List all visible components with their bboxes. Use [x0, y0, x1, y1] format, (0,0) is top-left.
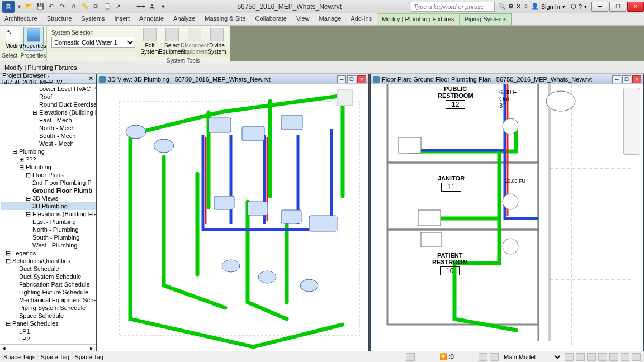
tree-node[interactable]: Duct System Schedule [1, 273, 96, 280]
qat-sync-icon[interactable]: ⟳ [91, 2, 101, 12]
project-browser-close-icon[interactable]: ✕ [88, 75, 93, 82]
qat-open-icon[interactable]: 📂 [24, 2, 34, 12]
signin-link[interactable]: Sign In [541, 3, 560, 10]
divide-system-button[interactable]: Divide System [207, 27, 227, 56]
svg-rect-3 [242, 126, 264, 141]
tree-node[interactable]: South - Plumbing [1, 234, 96, 241]
tree-node[interactable]: ⊞ ??? [1, 155, 96, 163]
app-menu-chevron[interactable]: ▼ [17, 4, 22, 9]
tree-node[interactable]: Round Duct Exercise [1, 101, 96, 108]
tree-node[interactable]: Fabrication Part Schedule [1, 280, 96, 288]
exchange-icon[interactable]: ✕ [516, 3, 521, 10]
system-selector-dropdown[interactable]: Domestic Cold Water 1 [51, 37, 135, 48]
view-close-button[interactable]: ✕ [632, 75, 641, 83]
help-icon[interactable]: ? [579, 3, 582, 10]
svg-rect-8 [309, 216, 337, 231]
close-button[interactable]: ✕ [627, 2, 644, 12]
quick-access-toolbar: 📂 💾 ↶ ↷ ⎙ 📏 ⟳ ⌚ ➚ ≡ ⟷ A ▾ [24, 2, 168, 12]
tree-node[interactable]: West - Plumbing [1, 241, 96, 249]
tree-node[interactable]: ⊟ Schedules/Quantities [1, 257, 96, 265]
qat-arrow-icon[interactable]: ➚ [113, 2, 124, 12]
tree-node[interactable]: 2nd Floor Plumbing P [1, 179, 96, 187]
project-browser-header[interactable]: Project Browser - 56750_2016_MEP_W... ✕ [0, 74, 96, 84]
tree-node[interactable]: LP2 [1, 335, 96, 343]
qat-recent-icon[interactable]: ⌚ [102, 2, 112, 12]
tab-view[interactable]: View [292, 13, 315, 25]
view-min-button[interactable]: ━ [337, 75, 346, 83]
user-icon[interactable]: 👤 [531, 3, 539, 10]
tree-node[interactable]: East - Plumbing [1, 218, 96, 226]
subscription-icon[interactable]: ⚙ [508, 3, 514, 10]
qat-save-icon[interactable]: 💾 [35, 2, 45, 12]
tree-node[interactable]: ⊟ Floor Plans [1, 171, 96, 179]
tab-systems[interactable]: Systems [77, 13, 110, 25]
tree-node[interactable]: West - Mech [1, 140, 96, 147]
tree-node[interactable]: Lighting Fixture Schedule [1, 288, 96, 296]
tab-piping-systems[interactable]: Piping Systems [460, 13, 512, 25]
view-close-button[interactable]: ✕ [357, 75, 366, 83]
svg-point-10 [258, 271, 276, 283]
tree-node[interactable]: ⊟ Plumbing [1, 147, 96, 155]
tree-node[interactable]: Piping System Schedule [1, 304, 96, 312]
view-plan-title: Floor Plan: Ground Floor Plumbing Plan -… [382, 76, 592, 83]
help-search-input[interactable] [411, 2, 495, 12]
minimize-button[interactable]: ━ [591, 2, 608, 12]
tree-node[interactable]: ⊟ Plumbing [1, 163, 96, 171]
selection-count[interactable]: 🔽 :0 [439, 353, 454, 360]
title-bar: R ▼ 📂 💾 ↶ ↷ ⎙ 📏 ⟳ ⌚ ➚ ≡ ⟷ A ▾ 56750_2016… [0, 0, 644, 13]
tab-analyze[interactable]: Analyze [169, 13, 200, 25]
tree-node[interactable]: ⊟ Panel Schedules [1, 320, 96, 327]
tab-massing[interactable]: Massing & Site [200, 13, 250, 25]
navigation-bar[interactable] [623, 88, 640, 155]
tree-node[interactable]: Space Schedule [1, 312, 96, 320]
qat-more-icon[interactable]: ▾ [158, 2, 168, 12]
tree-node[interactable]: North - Mech [1, 124, 96, 132]
tree-node[interactable]: LP1 [1, 327, 96, 335]
favorite-icon[interactable]: ☆ [523, 3, 529, 10]
tab-structure[interactable]: Structure [42, 13, 77, 25]
tab-addins[interactable]: Add-Ins [346, 13, 377, 25]
tree-node[interactable]: ⊟ Elevations (Building Elev [1, 210, 96, 218]
tab-annotate[interactable]: Annotate [135, 13, 169, 25]
tree-node[interactable]: Lower Level HVAC Pla [1, 85, 96, 93]
tree-node[interactable]: Roof [1, 93, 96, 101]
maximize-button[interactable]: ☐ [609, 2, 626, 12]
tree-node[interactable]: ⊟ Elevations (Building Elev [1, 108, 96, 116]
tree-node[interactable]: Ground Floor Plumb [1, 187, 96, 194]
properties-button[interactable]: Properties [23, 27, 44, 51]
tab-modify-plumbing[interactable]: Modify | Plumbing Fixtures [377, 13, 459, 25]
view-min-button[interactable]: ━ [612, 75, 621, 83]
view-3d-canvas[interactable] [97, 84, 368, 353]
tree-node[interactable]: 3D Plumbing [1, 202, 96, 210]
view-max-button[interactable]: ☐ [622, 75, 631, 83]
comm-icon[interactable]: ⬡ [571, 3, 576, 10]
tree-node[interactable]: ⊟ 3D Views [1, 194, 96, 202]
workset-dropdown[interactable]: Main Model [501, 353, 562, 361]
status-icon[interactable] [406, 353, 415, 361]
tree-node[interactable]: Mechanical Equipment Sched [1, 296, 96, 304]
tab-collaborate[interactable]: Collaborate [251, 13, 292, 25]
project-browser-tree[interactable]: Lower Level HVAC PlaRoofRound Duct Exerc… [0, 84, 96, 344]
qat-redo-icon[interactable]: ↷ [58, 2, 68, 12]
tree-node[interactable]: South - Mech [1, 132, 96, 140]
tree-node[interactable]: North - Plumbing [1, 226, 96, 234]
qat-print-icon[interactable]: ⎙ [69, 2, 79, 12]
tree-node[interactable]: East - Mech [1, 116, 96, 124]
tree-node[interactable]: ⊞ Legends [1, 249, 96, 257]
edit-system-button[interactable]: Edit System [140, 27, 160, 56]
view-plan-canvas[interactable]: PUBLIC RESTROOM 12 JANITOR 11 PATIENT RE… [371, 84, 643, 353]
qat-dim-icon[interactable]: ⟷ [136, 2, 146, 12]
qat-measure-icon[interactable]: 📏 [80, 2, 90, 12]
select-equipment-button[interactable]: Select Equipment [162, 27, 182, 56]
tab-manage[interactable]: Manage [315, 13, 347, 25]
document-title: 56750_2016_MEP_Whats_New.rvt [168, 3, 411, 11]
app-icon[interactable]: R [2, 1, 15, 13]
qat-align-icon[interactable]: ≡ [125, 2, 135, 12]
tab-insert[interactable]: Insert [110, 13, 135, 25]
tree-node[interactable]: Duct Schedule [1, 265, 96, 273]
search-icon[interactable]: 🔍 [498, 3, 506, 10]
qat-undo-icon[interactable]: ↶ [46, 2, 56, 12]
view-max-button[interactable]: ☐ [347, 75, 356, 83]
tab-architecture[interactable]: Architecture [0, 13, 42, 25]
qat-text-icon[interactable]: A [147, 2, 157, 12]
